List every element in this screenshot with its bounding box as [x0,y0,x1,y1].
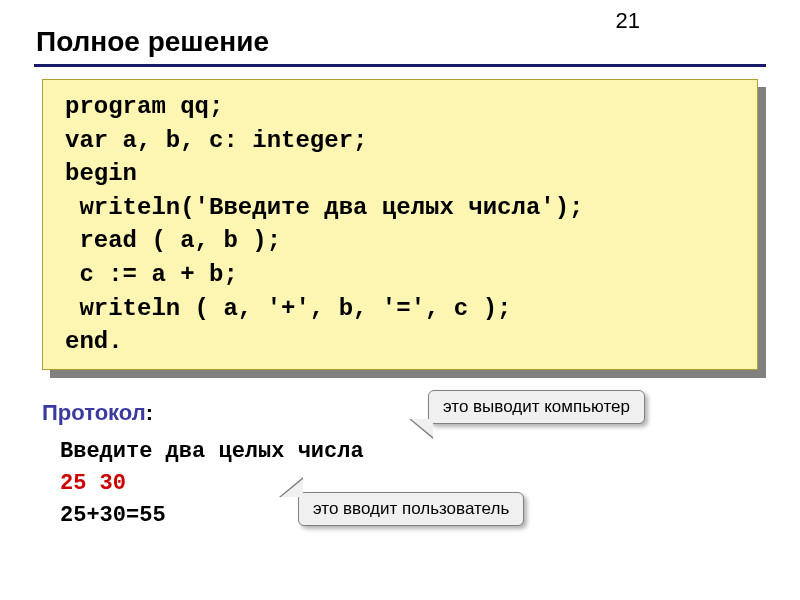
title-underline [34,64,766,67]
protocol-colon: : [146,400,153,425]
callout-user-input-text: это вводит пользователь [313,499,509,518]
slide-title: Полное решение [0,0,800,64]
page-number: 21 [616,8,640,34]
callout-computer-output-text: это выводит компьютер [443,397,630,416]
protocol-line-1: Введите два целых числа [60,436,800,468]
callout-computer-output: это выводит компьютер [428,390,645,424]
code-block: program qq; var a, b, c: integer; begin … [42,79,758,370]
code-text: program qq; var a, b, c: integer; begin … [65,90,739,359]
protocol-word: Протокол [42,400,146,425]
callout-user-input: это вводит пользователь [298,492,524,526]
code-front: program qq; var a, b, c: integer; begin … [42,79,758,370]
